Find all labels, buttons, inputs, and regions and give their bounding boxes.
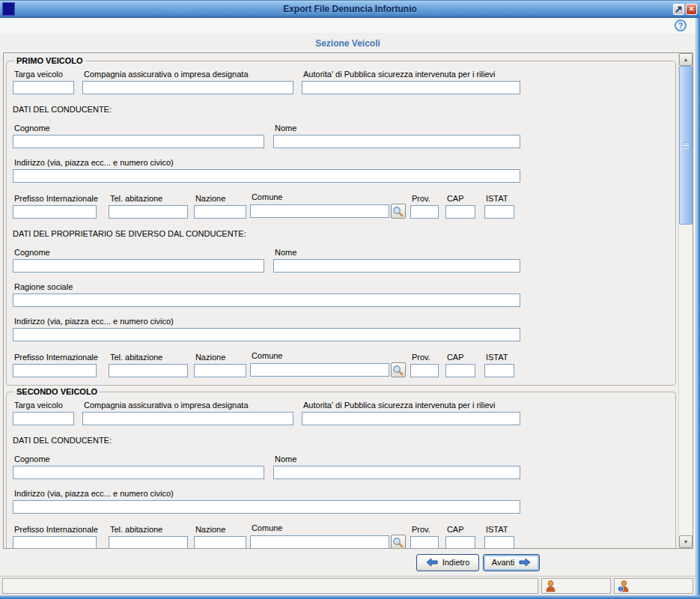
prefisso-input[interactable]	[13, 205, 97, 219]
field-label: Compagnia assicurativa o impresa designa…	[82, 70, 293, 79]
field-label: ISTAT	[484, 194, 514, 203]
comune-lookup-button[interactable]	[391, 204, 406, 219]
field-label: Autorita' di Pubblica sicurezza interven…	[302, 401, 520, 410]
tel-abitazione-input[interactable]	[109, 364, 188, 377]
field-label: Nome	[273, 248, 520, 257]
page-title: Sezione Veicoli	[315, 38, 380, 49]
field-label: Nazione	[194, 353, 246, 362]
field-label: ISTAT	[484, 353, 514, 362]
prefisso-input[interactable]	[13, 536, 97, 548]
field-label: Prefisso Internazionale	[13, 353, 98, 362]
field-label: Prov.	[410, 525, 439, 534]
field-label: Prefisso Internazionale	[13, 525, 98, 534]
field-label: Indirizzo (via, piazza ecc... e numero c…	[13, 489, 520, 498]
nome-conducente-input[interactable]	[273, 135, 520, 148]
cognome-conducente-input[interactable]	[13, 466, 264, 479]
indirizzo-conducente-input[interactable]	[13, 169, 520, 183]
section-legend: PRIMO VEICOLO	[14, 56, 85, 65]
scroll-track[interactable]	[679, 66, 693, 535]
dati-conducente-header: DATI DEL CONDUCENTE:	[13, 436, 669, 445]
vertical-scrollbar[interactable]: ▲ ▼	[678, 53, 693, 548]
autorita-input[interactable]	[302, 81, 520, 94]
prefisso-input[interactable]	[13, 364, 97, 377]
form-area: PRIMO VEICOLO Targa veicolo Compagnia as…	[4, 53, 678, 548]
comune-lookup-button[interactable]	[391, 535, 406, 548]
status-panel-user-alert	[614, 578, 693, 594]
field-label: Prefisso Internazionale	[13, 194, 98, 203]
indirizzo-conducente-input[interactable]	[13, 500, 520, 514]
cognome-proprietario-input[interactable]	[13, 259, 264, 273]
window-border-right	[696, 18, 700, 599]
field-label: Prov.	[410, 353, 439, 362]
avanti-button[interactable]: Avanti	[483, 554, 540, 571]
prov-input[interactable]	[410, 536, 439, 548]
cap-input[interactable]	[445, 536, 475, 548]
user-icon	[545, 580, 556, 592]
compagnia-input[interactable]	[82, 81, 293, 94]
section-legend: SECONDO VEICOLO	[14, 387, 100, 396]
restore-arrow-icon	[675, 5, 683, 13]
close-button[interactable]: ✕	[686, 4, 697, 15]
istat-input[interactable]	[484, 364, 514, 377]
nazione-input[interactable]	[194, 536, 246, 548]
window-border-bottom	[0, 595, 700, 599]
field-label: Cognome	[13, 454, 264, 463]
section-primo-veicolo: PRIMO VEICOLO Targa veicolo Compagnia as…	[6, 56, 676, 386]
prov-input[interactable]	[410, 364, 439, 377]
indietro-button[interactable]: Indietro	[416, 554, 479, 571]
field-label: Comune	[250, 523, 406, 532]
nome-conducente-input[interactable]	[273, 466, 520, 479]
restore-button[interactable]	[673, 4, 684, 15]
nazione-input[interactable]	[194, 205, 246, 219]
section-secondo-veicolo: SECONDO VEICOLO Targa veicolo Compagnia …	[6, 387, 676, 548]
field-label: CAP	[445, 353, 475, 362]
field-label: Cognome	[13, 248, 264, 257]
arrow-right-icon	[519, 558, 531, 567]
help-button[interactable]: ?	[675, 19, 687, 31]
targa-input[interactable]	[13, 81, 74, 94]
field-label: CAP	[445, 525, 475, 534]
field-label: Tel. abitazione	[109, 353, 188, 362]
dati-proprietario-header: DATI DEL PROPRIETARIO SE DIVERSO DAL CON…	[13, 229, 669, 238]
toolbar: ?	[0, 18, 696, 33]
help-icon: ?	[678, 22, 683, 30]
tel-abitazione-input[interactable]	[109, 205, 188, 219]
field-label: ISTAT	[484, 525, 514, 534]
cognome-conducente-input[interactable]	[13, 135, 264, 148]
targa-input[interactable]	[13, 412, 74, 425]
istat-input[interactable]	[484, 205, 514, 219]
ragione-sociale-input[interactable]	[13, 294, 520, 307]
titlebar: Export File Denuncia Infortunio ✕	[0, 0, 700, 18]
field-label: Comune	[250, 351, 406, 360]
comune-input[interactable]	[250, 535, 389, 548]
scroll-thumb[interactable]	[679, 66, 693, 225]
arrow-left-icon	[426, 558, 438, 567]
field-label: Compagnia assicurativa o impresa designa…	[82, 401, 293, 410]
nome-proprietario-input[interactable]	[273, 259, 520, 273]
avanti-label: Avanti	[492, 558, 514, 567]
indirizzo-proprietario-input[interactable]	[13, 328, 520, 341]
comune-lookup-button[interactable]	[391, 362, 406, 377]
scroll-down-button[interactable]: ▼	[679, 535, 693, 548]
scroll-up-button[interactable]: ▲	[679, 53, 693, 66]
cap-input[interactable]	[445, 205, 475, 219]
autorita-input[interactable]	[302, 412, 520, 425]
field-label: Targa veicolo	[13, 70, 74, 79]
field-label: CAP	[445, 194, 475, 203]
field-label: Targa veicolo	[13, 401, 74, 410]
field-label: Tel. abitazione	[109, 525, 188, 534]
status-panel-message	[2, 578, 538, 594]
comune-input[interactable]	[250, 204, 389, 218]
field-label: Nazione	[194, 194, 246, 203]
field-label: Cognome	[13, 124, 264, 133]
nazione-input[interactable]	[194, 364, 246, 377]
prov-input[interactable]	[410, 205, 439, 219]
comune-input[interactable]	[250, 363, 389, 377]
window: Export File Denuncia Infortunio ✕ ? Sezi…	[0, 0, 700, 599]
field-label: Prov.	[410, 194, 439, 203]
search-icon	[392, 206, 404, 217]
cap-input[interactable]	[445, 364, 475, 377]
tel-abitazione-input[interactable]	[109, 536, 188, 548]
istat-input[interactable]	[484, 536, 514, 548]
compagnia-input[interactable]	[82, 412, 293, 425]
